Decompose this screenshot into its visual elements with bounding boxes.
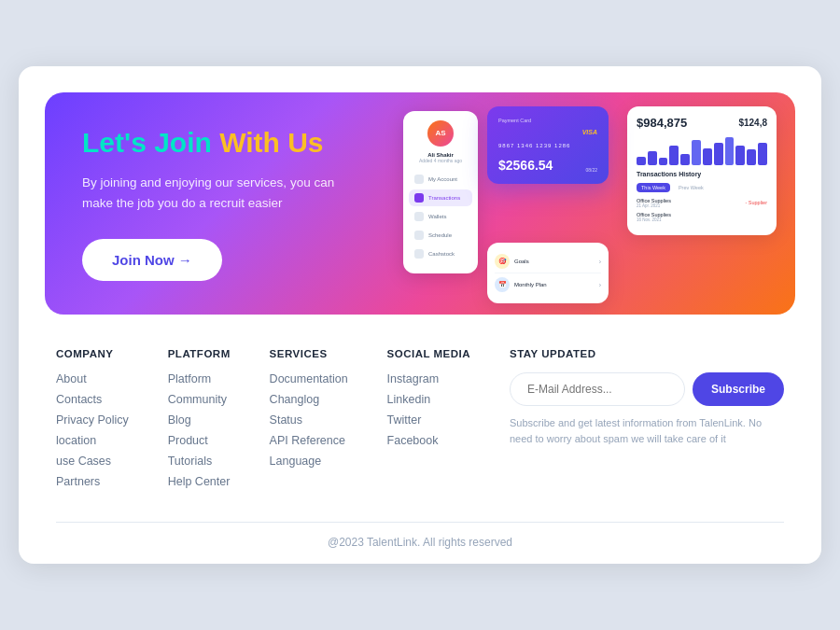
tx-date: 16 Nov. 2021 xyxy=(637,217,671,222)
footer-link-api[interactable]: API Reference xyxy=(270,434,348,447)
bar-11 xyxy=(747,149,756,165)
tab-prev-week: Prev Week xyxy=(674,183,708,192)
footer-col-platform: PLATFORM Platform Community Blog Product… xyxy=(168,348,231,496)
footer-link-twitter[interactable]: Twitter xyxy=(387,413,471,427)
subscribe-button[interactable]: Subscribe xyxy=(693,372,784,406)
footer-link-product[interactable]: Product xyxy=(168,434,231,447)
footer-link-changelog[interactable]: Changlog xyxy=(270,393,348,406)
mockup-nav-account: My Account xyxy=(409,171,472,188)
email-input[interactable] xyxy=(510,372,685,406)
footer-link-contacts[interactable]: Contacts xyxy=(56,393,129,406)
stats-main-value: $984,875 xyxy=(637,116,687,130)
footer-link-tutorials[interactable]: Tutorials xyxy=(168,455,231,468)
footer-newsletter: STAY UPDATED Subscribe Subscribe and get… xyxy=(510,348,784,496)
mockup-goals-panel: 🎯 Goals › 📅 Monthly Plan › xyxy=(487,243,609,303)
monthly-plan-icon: 📅 xyxy=(495,277,510,292)
account-icon xyxy=(414,175,424,184)
tx-amount: - Supplier xyxy=(745,200,767,205)
goal-arrow-1: › xyxy=(599,259,601,265)
tab-this-week: This Week xyxy=(637,183,670,192)
tx-item-2: Office Supplies 16 Nov. 2021 xyxy=(637,212,767,222)
nav-label: Cashstock xyxy=(428,251,455,257)
cashstock-icon xyxy=(414,249,424,259)
page-wrapper: Let's Join With Us By joining and enjoyi… xyxy=(19,66,821,564)
footer-col-company: COMPANY About Contacts Privacy Policy lo… xyxy=(56,348,129,496)
footer-col-social-title: SOCIAL MEDIA xyxy=(387,348,471,359)
mockup-nav-schedule: Schedule xyxy=(409,227,472,244)
goal-label-1: Goals xyxy=(514,259,599,264)
wallets-icon xyxy=(414,212,424,221)
footer-link-privacy[interactable]: Privacy Policy xyxy=(56,413,129,427)
footer-link-linkedin[interactable]: Linkedin xyxy=(387,393,471,406)
join-now-button[interactable]: Join Now → xyxy=(82,239,222,281)
tx-details: Office Supplies 16 Nov. 2021 xyxy=(637,212,671,222)
hero-title-part1: Let's Join xyxy=(82,127,219,158)
tx-date: 21 Apr. 2021 xyxy=(637,203,671,208)
card-label: Payment Card xyxy=(498,118,597,123)
bar-10 xyxy=(735,146,745,165)
card-network: VISA xyxy=(498,129,597,135)
bar-12 xyxy=(758,143,767,165)
footer: COMPANY About Contacts Privacy Policy lo… xyxy=(19,315,821,564)
schedule-icon xyxy=(414,231,424,240)
mockup-avatar: AS xyxy=(427,120,454,147)
mockup-payment-card: Payment Card VISA 9867 1346 1239 1286 $2… xyxy=(487,106,609,184)
nav-label: My Account xyxy=(428,176,457,182)
bar-9 xyxy=(725,137,735,165)
tx-item-1: Office Supplies 21 Apr. 2021 - Supplier xyxy=(637,198,767,208)
newsletter-input-row: Subscribe xyxy=(510,372,784,406)
goal-item-2: 📅 Monthly Plan › xyxy=(495,273,601,296)
bar-1 xyxy=(637,157,646,165)
footer-columns: COMPANY About Contacts Privacy Policy lo… xyxy=(56,348,784,496)
footer-link-usecases[interactable]: use Cases xyxy=(56,455,129,468)
card-number: 9867 1346 1239 1286 xyxy=(498,143,597,148)
footer-copyright: @2023 TalentLink. All rights reserved xyxy=(56,536,784,549)
nav-label: Transactions xyxy=(428,195,460,201)
footer-link-docs[interactable]: Documentation xyxy=(270,372,348,385)
bar-2 xyxy=(648,151,657,165)
footer-link-language[interactable]: Language xyxy=(270,455,348,468)
hero-content: Let's Join With Us By joining and enjoyi… xyxy=(82,126,418,281)
bar-5 xyxy=(680,154,690,165)
stats-top-row: $984,875 $124,8 xyxy=(637,116,767,130)
footer-link-platform[interactable]: Platform xyxy=(168,372,231,385)
footer-col-services: SERVICES Documentation Changlog Status A… xyxy=(270,348,348,496)
nav-label: Schedule xyxy=(428,232,452,238)
goal-item-1: 🎯 Goals › xyxy=(495,250,601,273)
mockup-stats-panel: $984,875 $124,8 Transac xyxy=(627,106,777,235)
footer-link-instagram[interactable]: Instagram xyxy=(387,372,471,385)
goal-arrow-2: › xyxy=(599,282,601,288)
bar-6 xyxy=(692,140,701,165)
mockup-nav-transactions: Transactions xyxy=(409,189,472,206)
footer-col-services-title: SERVICES xyxy=(270,348,348,359)
footer-col-company-title: COMPANY xyxy=(56,348,129,359)
footer-link-about[interactable]: About xyxy=(56,372,129,385)
footer-link-blog[interactable]: Blog xyxy=(168,413,231,427)
bar-7 xyxy=(703,148,712,165)
goal-label-2: Monthly Plan xyxy=(514,282,599,287)
mockup-user-sub: Added 4 months ago xyxy=(409,158,472,163)
footer-col-social: SOCIAL MEDIA Instagram Linkedin Twitter … xyxy=(387,348,471,496)
footer-link-community[interactable]: Community xyxy=(168,393,231,406)
mockup-nav-wallets: Wallets xyxy=(409,208,472,225)
footer-link-status[interactable]: Status xyxy=(270,413,348,427)
stats-small-value: $124,8 xyxy=(738,118,767,128)
hero-subtitle: By joining and enjoying our services, yo… xyxy=(82,173,362,213)
card-amount: $2566.54 xyxy=(498,158,553,173)
footer-link-location[interactable]: location xyxy=(56,434,129,447)
hero-mockup: AS Ali Shakir Added 4 months ago My Acco… xyxy=(366,92,795,315)
nav-label: Wallets xyxy=(428,214,446,219)
transactions-icon xyxy=(414,193,424,203)
bar-3 xyxy=(659,158,668,165)
hero-banner: Let's Join With Us By joining and enjoyi… xyxy=(45,92,795,315)
bar-chart xyxy=(637,137,767,165)
footer-link-facebook[interactable]: Facebook xyxy=(387,434,471,447)
bar-4 xyxy=(669,146,679,165)
hero-title: Let's Join With Us xyxy=(82,126,418,160)
footer-link-partners[interactable]: Partners xyxy=(56,475,129,488)
footer-link-help-center[interactable]: Help Center xyxy=(168,475,231,488)
mockup-nav-cashstock: Cashstock xyxy=(409,245,472,262)
goals-icon: 🎯 xyxy=(495,254,510,269)
newsletter-note: Subscribe and get latest information fro… xyxy=(510,415,784,446)
mockup-sidebar: AS Ali Shakir Added 4 months ago My Acco… xyxy=(403,111,478,273)
